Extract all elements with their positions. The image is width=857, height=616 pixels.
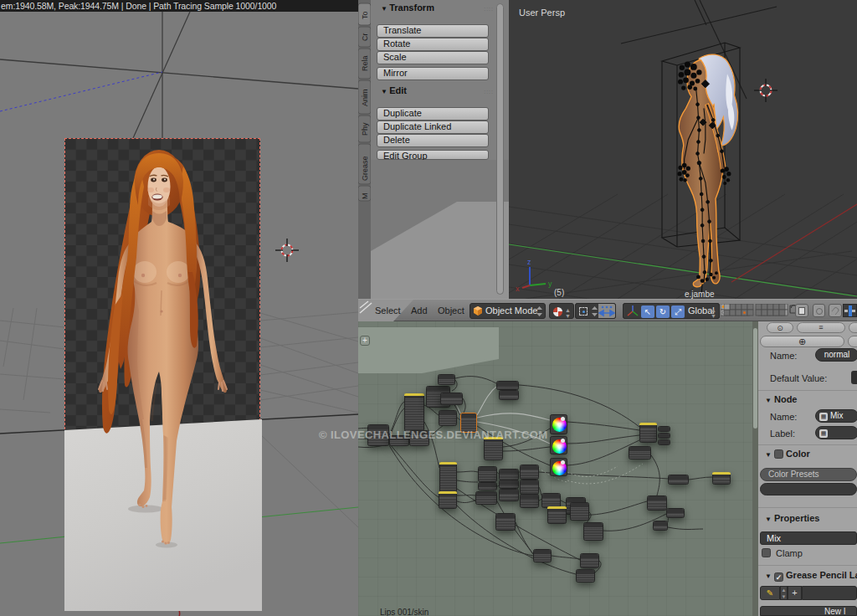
svg-text:x: x bbox=[516, 285, 520, 293]
svg-text:Anim: Anim bbox=[361, 89, 369, 106]
svg-text:To: To bbox=[361, 11, 369, 19]
svg-text:Grease: Grease bbox=[361, 156, 369, 181]
svg-text:y: y bbox=[548, 280, 552, 288]
svg-text:Cr: Cr bbox=[361, 33, 369, 42]
svg-text:M: M bbox=[361, 193, 369, 200]
svg-text:Phy: Phy bbox=[361, 122, 369, 136]
svg-text:Rela: Rela bbox=[361, 55, 369, 71]
svg-text:(5): (5) bbox=[554, 288, 564, 297]
svg-text:User Persp: User Persp bbox=[519, 8, 565, 18]
svg-text:e.jambe: e.jambe bbox=[685, 290, 715, 299]
svg-text:z: z bbox=[527, 258, 531, 266]
svg-text:Lips 001/skin: Lips 001/skin bbox=[380, 608, 428, 616]
